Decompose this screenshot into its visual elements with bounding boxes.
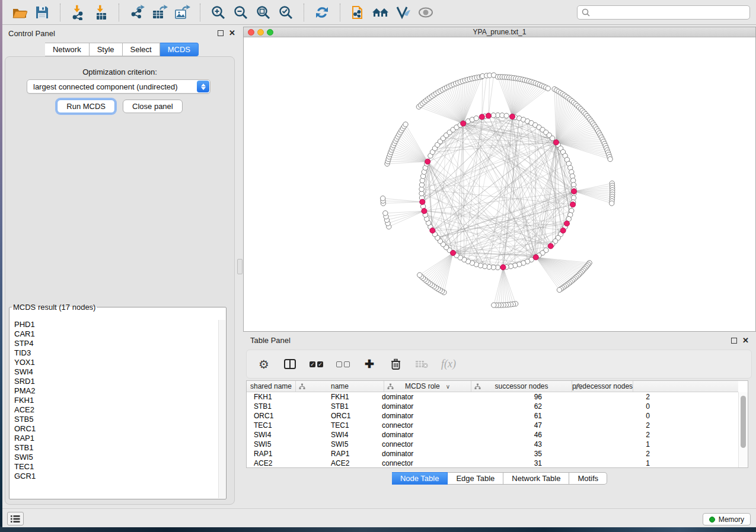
mcds-result-item[interactable]: ACE2 bbox=[10, 405, 218, 415]
cell-successor-nodes[interactable]: 96 bbox=[465, 392, 553, 402]
cell-name[interactable]: RAP1 bbox=[328, 449, 377, 459]
share-document-icon[interactable] bbox=[349, 4, 367, 21]
cell-shared-name[interactable]: STB1 bbox=[247, 402, 328, 411]
zoom-selected-icon[interactable] bbox=[277, 4, 295, 21]
mcds-result-item[interactable]: STB1 bbox=[10, 443, 218, 453]
column-header[interactable]: successor nodes ∨ bbox=[471, 381, 572, 392]
cell-name[interactable]: ACE2 bbox=[328, 459, 377, 467]
cell-predecessor-nodes[interactable]: 2 bbox=[553, 430, 653, 440]
table-row[interactable]: SWI4 SWI4 dominator 46 2 bbox=[247, 430, 738, 440]
table-type-tab[interactable]: Network Table bbox=[503, 472, 569, 485]
column-header[interactable]: MCDS role ∨ bbox=[384, 381, 471, 392]
table-type-tab[interactable]: Node Table bbox=[392, 472, 448, 485]
mcds-result-item[interactable]: SRD1 bbox=[10, 377, 218, 386]
mcds-result-item[interactable]: CAR1 bbox=[10, 329, 218, 339]
criterion-select[interactable]: largest connected component (undirected) bbox=[27, 79, 210, 94]
float-panel-icon[interactable] bbox=[731, 338, 737, 344]
table-row[interactable]: ACE2 ACE2 connector 31 1 bbox=[247, 459, 738, 467]
open-session-icon[interactable] bbox=[11, 4, 28, 21]
cell-predecessor-nodes[interactable]: 2 bbox=[553, 392, 653, 402]
run-mcds-button[interactable]: Run MCDS bbox=[57, 100, 115, 113]
table-row[interactable]: ORC1 ORC1 dominator 61 0 bbox=[247, 411, 738, 421]
cell-shared-name[interactable]: SWI4 bbox=[247, 430, 328, 440]
table-row[interactable]: SWI5 SWI5 connector 43 1 bbox=[247, 440, 738, 449]
network-graph[interactable] bbox=[244, 37, 755, 331]
cell-predecessor-nodes[interactable]: 1 bbox=[553, 440, 653, 449]
table-settings-icon[interactable]: ⚙ bbox=[257, 358, 270, 370]
table-scrollbar-thumb[interactable] bbox=[741, 396, 746, 448]
cell-successor-nodes[interactable]: 62 bbox=[465, 402, 553, 411]
mcds-list-scrollbar[interactable] bbox=[218, 320, 225, 498]
float-panel-icon[interactable] bbox=[218, 30, 224, 36]
deselect-all-rows-icon[interactable] bbox=[336, 361, 350, 367]
mcds-result-item[interactable]: SWI4 bbox=[10, 367, 218, 377]
show-columns-icon[interactable] bbox=[283, 359, 296, 369]
export-table-icon[interactable] bbox=[151, 4, 168, 21]
mcds-result-item[interactable]: SWI5 bbox=[10, 453, 218, 462]
select-all-rows-icon[interactable]: ✓ ✓ bbox=[310, 361, 323, 367]
cell-mcds-role[interactable]: dominator bbox=[377, 430, 465, 440]
control-panel-tab[interactable]: Select bbox=[123, 43, 160, 56]
cell-mcds-role[interactable]: dominator bbox=[377, 411, 465, 421]
mcds-result-item[interactable]: PHD1 bbox=[10, 320, 218, 329]
cell-mcds-role[interactable]: connector bbox=[377, 440, 465, 449]
mcds-result-item[interactable]: TID3 bbox=[10, 348, 218, 358]
cell-name[interactable]: STB1 bbox=[328, 402, 377, 411]
task-history-button[interactable] bbox=[7, 512, 24, 525]
cell-successor-nodes[interactable]: 43 bbox=[465, 440, 553, 449]
cell-shared-name[interactable]: RAP1 bbox=[247, 449, 328, 459]
search-input[interactable] bbox=[591, 7, 749, 18]
cell-predecessor-nodes[interactable]: 0 bbox=[553, 411, 653, 421]
cell-name[interactable]: TEC1 bbox=[328, 421, 377, 430]
export-image-icon[interactable] bbox=[173, 4, 191, 21]
close-panel-icon[interactable]: ✕ bbox=[742, 338, 749, 344]
mcds-result-item[interactable]: STB5 bbox=[10, 415, 218, 424]
cell-shared-name[interactable]: FKH1 bbox=[247, 392, 328, 402]
column-header[interactable]: name ∨ bbox=[296, 381, 384, 392]
zoom-fit-icon[interactable] bbox=[254, 4, 272, 21]
cell-name[interactable]: FKH1 bbox=[328, 392, 377, 402]
network-overview-icon[interactable] bbox=[372, 4, 390, 21]
zoom-out-icon[interactable] bbox=[232, 4, 250, 21]
control-panel-tab[interactable]: MCDS bbox=[160, 43, 199, 56]
add-column-icon[interactable]: ✚ bbox=[363, 357, 376, 371]
cell-predecessor-nodes[interactable]: 1 bbox=[553, 459, 653, 467]
table-type-tab[interactable]: Edge Table bbox=[448, 472, 503, 485]
show-graphics-details-icon[interactable] bbox=[417, 4, 435, 21]
cell-mcds-role[interactable]: dominator bbox=[377, 392, 465, 402]
cell-successor-nodes[interactable]: 35 bbox=[465, 449, 553, 459]
cell-predecessor-nodes[interactable]: 0 bbox=[553, 402, 653, 411]
delete-column-icon[interactable] bbox=[389, 358, 402, 370]
table-row[interactable]: RAP1 RAP1 dominator 35 2 bbox=[247, 449, 738, 459]
cell-successor-nodes[interactable]: 61 bbox=[465, 411, 553, 421]
table-type-tab[interactable]: Motifs bbox=[569, 472, 607, 485]
close-panel-icon[interactable]: ✕ bbox=[229, 30, 235, 36]
refresh-icon[interactable] bbox=[313, 4, 331, 21]
mcds-result-item[interactable]: STP4 bbox=[10, 339, 218, 348]
zoom-in-icon[interactable] bbox=[209, 4, 227, 21]
cell-predecessor-nodes[interactable]: 2 bbox=[553, 421, 653, 430]
import-network-icon[interactable] bbox=[69, 4, 87, 21]
cell-name[interactable]: SWI4 bbox=[328, 430, 377, 440]
table-row[interactable]: STB1 STB1 dominator 62 0 bbox=[247, 402, 738, 411]
cell-mcds-role[interactable]: dominator bbox=[377, 402, 465, 411]
cell-predecessor-nodes[interactable]: 2 bbox=[553, 449, 653, 459]
mcds-result-list[interactable]: PHD1CAR1STP4TID3YOX1SWI4SRD1PMA2FKH1ACE2… bbox=[10, 320, 218, 498]
cell-mcds-role[interactable]: dominator bbox=[377, 449, 465, 459]
cell-name[interactable]: ORC1 bbox=[328, 411, 377, 421]
cell-shared-name[interactable]: TEC1 bbox=[247, 421, 328, 430]
cell-mcds-role[interactable]: connector bbox=[377, 459, 465, 467]
mcds-result-item[interactable]: PMA2 bbox=[10, 386, 218, 396]
cell-mcds-role[interactable]: connector bbox=[377, 421, 465, 430]
mcds-result-item[interactable]: GCR1 bbox=[10, 472, 218, 481]
cell-shared-name[interactable]: SWI5 bbox=[247, 440, 328, 449]
column-header[interactable]: predecessor nodes ∨ bbox=[572, 381, 633, 392]
mcds-result-item[interactable]: FKH1 bbox=[10, 396, 218, 405]
export-network-icon[interactable] bbox=[128, 4, 146, 21]
table-scrollbar[interactable] bbox=[738, 392, 748, 467]
control-panel-tab[interactable]: Style bbox=[90, 43, 123, 56]
panel-splitter-handle[interactable] bbox=[237, 259, 243, 274]
save-session-icon[interactable] bbox=[33, 4, 51, 21]
mcds-result-item[interactable]: TEC1 bbox=[10, 462, 218, 472]
column-header[interactable]: shared name ∨ bbox=[247, 381, 296, 392]
